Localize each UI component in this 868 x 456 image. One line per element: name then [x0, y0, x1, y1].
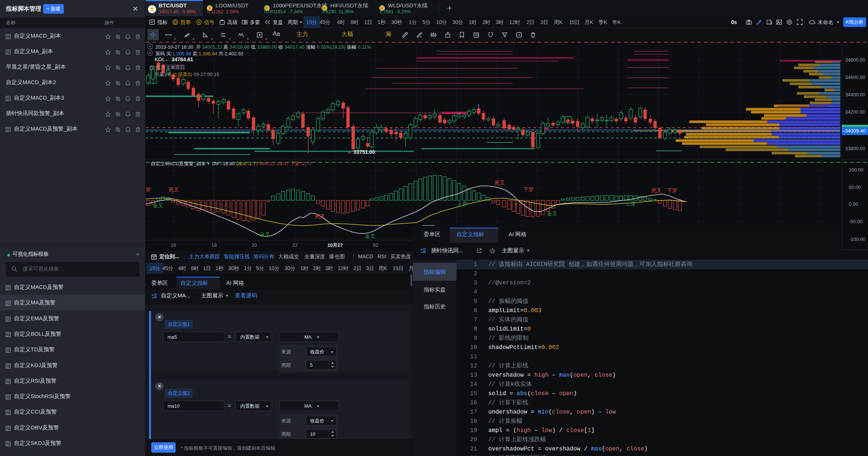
svg-text:金叉: 金叉: [260, 231, 270, 237]
svg-text:上穿: 上穿: [457, 201, 468, 207]
svg-text:金叉: 金叉: [153, 203, 163, 208]
svg-text:金叉: 金叉: [547, 211, 557, 217]
svg-text:0.00: 0.00: [849, 201, 858, 207]
svg-text:33800.00: 33800.00: [845, 146, 865, 151]
svg-text:10月27: 10月27: [327, 242, 343, 248]
svg-text:穿: 穿: [146, 187, 151, 193]
svg-text:‒34009.40: ‒34009.40: [842, 128, 866, 134]
svg-text:20: 20: [252, 242, 257, 248]
svg-text:22: 22: [292, 242, 297, 248]
svg-text:50.00: 50.00: [849, 184, 861, 190]
svg-text:3: 3: [242, 35, 244, 38]
svg-text:死叉: 死叉: [169, 187, 179, 193]
svg-text:18: 18: [211, 242, 217, 248]
svg-text:下穿: 下穿: [667, 187, 677, 193]
svg-text:34400.00: 34400.00: [845, 92, 865, 97]
svg-text:34200.00: 34200.00: [845, 109, 865, 115]
svg-text:34800.00: 34800.00: [845, 57, 865, 63]
svg-text:02: 02: [373, 242, 378, 248]
svg-text:死叉: 死叉: [495, 180, 505, 186]
svg-text:上穿: 上穿: [626, 201, 636, 207]
svg-text:-50.00: -50.00: [849, 219, 862, 224]
svg-text:16: 16: [171, 242, 176, 248]
svg-text:34600.00: 34600.00: [845, 75, 865, 80]
svg-text:← 33751.00: ← 33751.00: [347, 149, 375, 155]
svg-text:100.00: 100.00: [849, 167, 864, 173]
svg-text:死叉: 死叉: [315, 213, 325, 219]
svg-text:死叉: 死叉: [651, 187, 662, 193]
svg-text:下穿: 下穿: [523, 186, 534, 192]
svg-text:金叉: 金叉: [365, 233, 375, 239]
